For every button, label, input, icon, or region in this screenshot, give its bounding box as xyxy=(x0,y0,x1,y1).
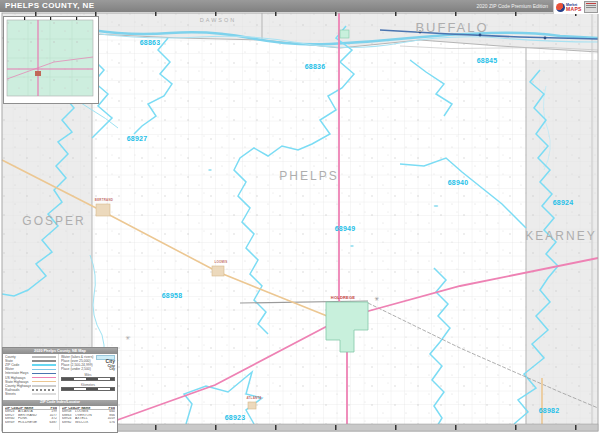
zip-label-68836: 68836 xyxy=(305,63,325,70)
legend-line-sample xyxy=(32,364,56,366)
town-loomis xyxy=(212,266,224,276)
legend-line-sample xyxy=(32,360,56,362)
county-label-kearney: KEARNEY xyxy=(525,229,596,243)
scale-bar-miles: Miles xyxy=(61,373,115,381)
inset-overview-map xyxy=(3,16,99,104)
legend-line-sample xyxy=(32,385,56,387)
zip-label-68863: 68863 xyxy=(140,39,160,46)
county-label-dawson: DAWSON xyxy=(200,17,237,23)
city-label-holdrege: HOLDREGE xyxy=(331,295,355,300)
zip-label-68958: 68958 xyxy=(162,292,182,299)
map-sheet: ✳ ✳ PHELPS COUNTY, NE 2020 ZIP Code P xyxy=(0,0,600,435)
zip-index-left-group: ZIP Code ZIP Name Pop 68923ATLANTA199 68… xyxy=(3,406,60,430)
county-label-buffalo: BUFFALO xyxy=(415,20,488,35)
zip-label-68949: 68949 xyxy=(335,225,355,232)
logo-address-block xyxy=(584,1,598,13)
zip-index-right-group: ZIP Code ZIP Name Pop 68958LOOMIS660 688… xyxy=(60,406,117,430)
windmill-icon: ✳ xyxy=(125,335,130,341)
inset-county-seat xyxy=(35,71,41,76)
city-label-bertrand: BERTRAND xyxy=(95,198,113,202)
zip-index-table: ZIP Code ZIP Name Pop 68923ATLANTA199 68… xyxy=(3,406,117,430)
zip-index-row: 68982WILCOX576 xyxy=(62,421,115,425)
legend-line-sample xyxy=(32,356,56,358)
title-bar: PHELPS COUNTY, NE 2020 ZIP Code Premium … xyxy=(0,0,600,12)
town-atlanta xyxy=(248,402,256,409)
zip-label-68940: 68940 xyxy=(448,179,468,186)
zip-label-68927: 68927 xyxy=(127,135,147,142)
city-label-loomis: LOOMIS xyxy=(214,260,227,264)
legend-line-sample xyxy=(32,377,56,379)
zip-label-68845: 68845 xyxy=(477,57,497,64)
town-river xyxy=(340,30,349,38)
city-label-atlanta: ATLANTA xyxy=(246,396,261,400)
zip-label-68982: 68982 xyxy=(539,407,559,414)
map-title: PHELPS COUNTY, NE xyxy=(5,1,94,10)
inset-canvas xyxy=(4,17,96,101)
legend-places-column: Water (lakes & rivers) Place (over 25,00… xyxy=(59,354,117,400)
scale-bar-km: Kilometers xyxy=(61,383,115,391)
legend-item-label: Place (under 2,500) xyxy=(61,367,95,371)
zip-label-68923: 68923 xyxy=(225,414,245,421)
legend-body: County State ZIP Code Water Interstate H… xyxy=(3,354,117,400)
county-label-phelps: PHELPS xyxy=(279,169,338,183)
legend-line-sample xyxy=(32,389,56,391)
legend-line-sample xyxy=(32,369,56,371)
legend-panel: 2020 Phelps County, NE Map County State … xyxy=(2,347,118,433)
windmill-icon: ✳ xyxy=(374,296,379,302)
town-bertrand xyxy=(96,204,110,216)
zip-index-row: 68949HOLDREGE6387 xyxy=(5,421,57,425)
legend-line-sample xyxy=(32,373,56,375)
legend-city-sample: City xyxy=(95,367,115,371)
logo-burst-icon xyxy=(556,3,565,12)
county-label-gosper: GOSPER xyxy=(22,214,85,228)
legend-symbols-column: County State ZIP Code Water Interstate H… xyxy=(3,354,59,400)
publisher-logo: Market MAPS xyxy=(553,0,600,14)
edition-label: 2020 ZIP Code Premium Edition xyxy=(476,3,548,9)
legend-item-label: Streets xyxy=(5,392,31,396)
legend-line-sample xyxy=(32,381,56,383)
zip-label-68924: 68924 xyxy=(553,199,573,206)
legend-line-sample xyxy=(32,393,56,395)
logo-brand-bottom: MAPS xyxy=(566,7,582,11)
